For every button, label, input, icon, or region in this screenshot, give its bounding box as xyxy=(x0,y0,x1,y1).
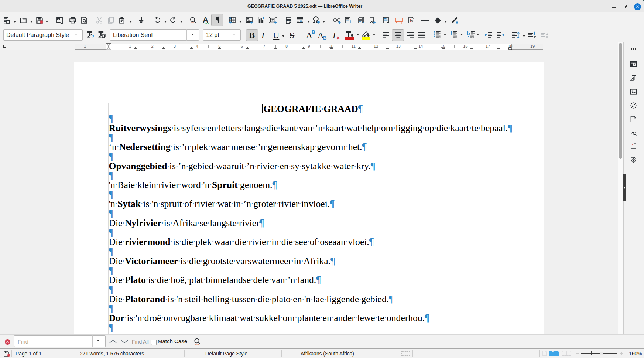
svg-text:A: A xyxy=(203,16,208,24)
